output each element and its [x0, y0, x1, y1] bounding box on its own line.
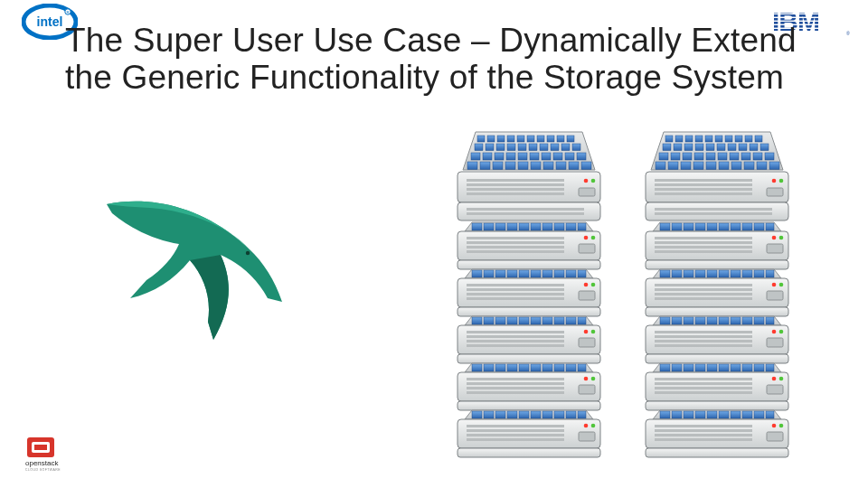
server-node [638, 361, 796, 414]
svg-point-14 [246, 251, 250, 255]
server-node [638, 221, 796, 273]
svg-rect-5 [772, 7, 850, 10]
server-node [638, 127, 796, 226]
swift-bird-icon [96, 163, 304, 365]
svg-text:intel: intel [37, 14, 63, 29]
server-node [638, 408, 796, 461]
server-cluster [450, 127, 796, 455]
svg-rect-8 [772, 18, 850, 21]
server-rack [450, 127, 608, 455]
svg-text:®: ® [846, 31, 850, 36]
slide-title: The Super User Use Case – Dynamically Ex… [65, 22, 832, 97]
server-node [450, 408, 608, 461]
server-node [450, 361, 608, 414]
svg-text:CLOUD SOFTWARE: CLOUD SOFTWARE [25, 468, 61, 472]
server-node [450, 221, 608, 273]
svg-text:openstack: openstack [25, 459, 59, 467]
svg-text:R: R [66, 10, 69, 14]
server-node [450, 267, 608, 320]
server-node [450, 127, 608, 226]
svg-rect-7 [772, 14, 850, 17]
server-node [638, 314, 796, 367]
svg-rect-6 [772, 11, 850, 14]
openstack-logo: openstack CLOUD SOFTWARE [24, 436, 78, 475]
svg-rect-17 [34, 445, 47, 450]
server-rack [638, 127, 796, 455]
server-node [638, 267, 796, 320]
server-node [450, 314, 608, 367]
